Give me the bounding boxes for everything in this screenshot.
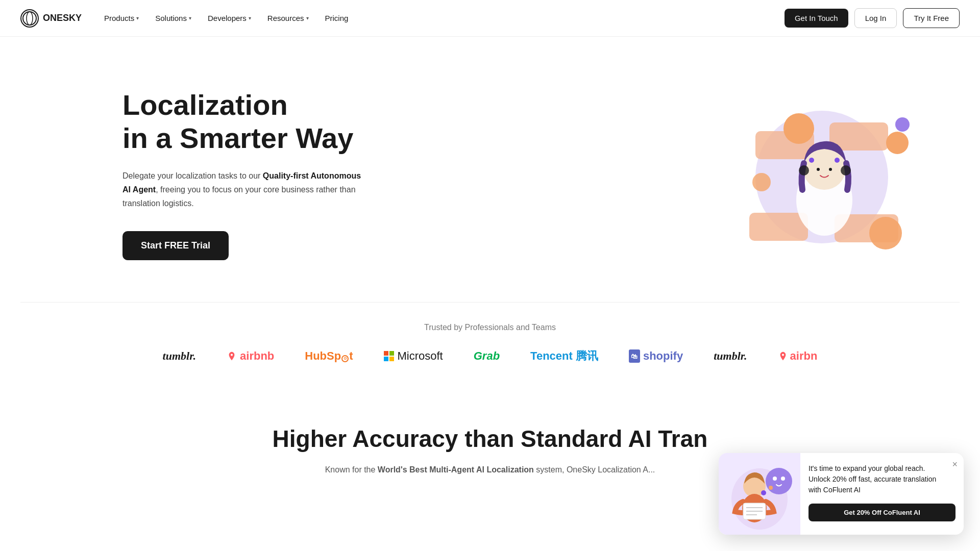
logo-grab: Grab [474, 349, 500, 363]
hero-description: Delegate your localization tasks to our … [122, 169, 368, 211]
svg-point-11 [895, 117, 910, 132]
nav-item-resources[interactable]: Resources ▾ [261, 10, 315, 27]
svg-point-17 [841, 165, 851, 176]
chevron-down-icon: ▾ [189, 15, 191, 21]
svg-point-8 [886, 132, 909, 154]
airbnb-icon-2 [778, 351, 788, 361]
hero-content: Localization in a Smarter Way Delegate y… [122, 89, 368, 260]
logo-tencent: Tencent 腾讯 [530, 348, 598, 364]
svg-point-16 [799, 165, 809, 176]
svg-point-9 [752, 173, 771, 191]
popup: × It's time to expand your global reach.… [719, 453, 964, 497]
logo[interactable]: ONESKY [20, 9, 82, 28]
nav-item-pricing[interactable]: Pricing [319, 10, 355, 27]
navbar-right: Get In Touch Log In Try It Free [785, 8, 960, 28]
shopify-bag-icon: 🛍 [629, 349, 640, 363]
svg-point-18 [809, 158, 814, 163]
popup-illustration [724, 453, 795, 497]
svg-point-0 [23, 12, 36, 25]
logo-icon [20, 9, 39, 28]
hero-illustration [725, 83, 919, 266]
trusted-label: Trusted by Professionals and Teams [0, 323, 980, 332]
chevron-down-icon: ▾ [249, 15, 251, 21]
svg-point-15 [829, 168, 832, 171]
popup-image [719, 453, 800, 497]
nav-item-products[interactable]: Products ▾ [98, 10, 145, 27]
popup-close-button[interactable]: × [952, 459, 958, 470]
logo-tumblr-2: tumblr. [714, 349, 747, 363]
svg-rect-5 [749, 213, 808, 241]
svg-point-19 [835, 158, 840, 163]
hero-image [725, 83, 919, 266]
svg-point-10 [869, 217, 902, 249]
logo-hubspot: HubSp⊙t [305, 349, 353, 363]
svg-point-1 [27, 12, 33, 25]
svg-point-14 [817, 168, 820, 171]
svg-point-7 [783, 113, 814, 144]
navbar: ONESKY Products ▾ Solutions ▾ Developers… [0, 0, 980, 37]
nav-items: Products ▾ Solutions ▾ Developers ▾ Reso… [98, 10, 354, 27]
popup-text: It's time to expand your global reach. U… [808, 463, 955, 495]
airbnb-icon [227, 351, 237, 361]
microsoft-icon [384, 351, 394, 361]
chevron-down-icon: ▾ [306, 15, 309, 21]
logo-tumblr: tumblr. [163, 349, 196, 363]
start-trial-button[interactable]: Start FREE Trial [122, 231, 229, 260]
svg-point-29 [781, 477, 785, 481]
bottom-title: Higher Accuracy than Standard AI Tran [122, 425, 857, 453]
try-free-button[interactable]: Try It Free [903, 8, 960, 28]
popup-body: × It's time to expand your global reach.… [800, 453, 964, 497]
nav-item-solutions[interactable]: Solutions ▾ [149, 10, 198, 27]
logo-shopify: 🛍 shopify [629, 349, 683, 363]
logos-row: tumblr. airbnb HubSp⊙t Microsoft Grab Te… [0, 348, 980, 364]
trusted-section: Trusted by Professionals and Teams tumbl… [0, 303, 980, 374]
hero-section: Localization in a Smarter Way Delegate y… [0, 37, 980, 302]
logo-airbnb-2: airbn [778, 349, 818, 363]
chevron-down-icon: ▾ [136, 15, 139, 21]
brand-name: ONESKY [43, 13, 82, 23]
hero-title: Localization in a Smarter Way [122, 89, 368, 155]
navbar-left: ONESKY Products ▾ Solutions ▾ Developers… [20, 9, 354, 28]
svg-point-31 [769, 486, 773, 490]
log-in-button[interactable]: Log In [854, 8, 897, 28]
logo-microsoft: Microsoft [384, 349, 443, 363]
svg-point-27 [766, 468, 792, 494]
logo-airbnb: airbnb [227, 349, 274, 363]
get-in-touch-button[interactable]: Get In Touch [785, 9, 848, 28]
nav-item-developers[interactable]: Developers ▾ [202, 10, 257, 27]
svg-point-28 [773, 477, 777, 481]
svg-point-30 [761, 490, 766, 495]
